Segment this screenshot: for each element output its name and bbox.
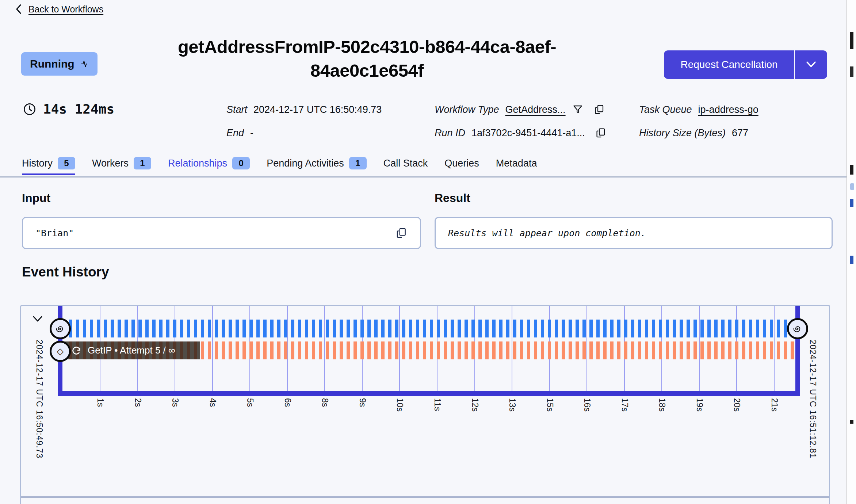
tab-count-badge: 0 bbox=[232, 157, 250, 169]
duration-indicator: 14s 124ms bbox=[23, 102, 114, 117]
chevron-down-icon bbox=[805, 61, 817, 69]
tab-history[interactable]: History 5 bbox=[22, 157, 75, 175]
clipped-content-fragment bbox=[850, 183, 854, 190]
workflow-id-line1: getAddressFromIP-502c4310-b864-44ca-8aef… bbox=[122, 35, 612, 59]
axis-tick-label: 6s bbox=[283, 398, 293, 407]
input-box: "Brian" bbox=[22, 217, 421, 249]
result-heading: Result bbox=[435, 191, 470, 205]
result-box: Results will appear upon completion. bbox=[435, 217, 833, 249]
axis-tick-label: 2s bbox=[133, 398, 143, 407]
result-placeholder: Results will appear upon completion. bbox=[448, 228, 646, 238]
activity-start-node[interactable]: ◇ bbox=[50, 341, 71, 362]
task-queue-link[interactable]: ip-address-go bbox=[698, 104, 758, 115]
clock-icon bbox=[23, 102, 37, 116]
activity-label-text: GetIP • Attempt 5 / ∞ bbox=[88, 345, 175, 356]
spiral-icon bbox=[55, 324, 65, 334]
tab-bar: History 5 Workers 1 Relationships 0 Pend… bbox=[22, 157, 537, 175]
input-heading: Input bbox=[22, 191, 50, 205]
tab-separator bbox=[0, 176, 847, 177]
axis-tick-label: 11s bbox=[432, 398, 442, 411]
axis-tick-label: 18s bbox=[657, 398, 667, 412]
workflow-id-line2: 84ae0c1e654f bbox=[122, 59, 612, 83]
back-to-workflows-link[interactable]: Back to Workflows bbox=[14, 4, 103, 15]
workflow-type-label: Workflow Type bbox=[435, 104, 499, 115]
start-value: 2024-12-17 UTC 16:50:49.73 bbox=[253, 104, 382, 115]
event-history-timeline: 1s2s3s4s5s6s8s9s10s11s12s13s15s16s17s18s… bbox=[20, 305, 830, 504]
heartbeat-icon bbox=[79, 58, 89, 69]
axis-tick-label: 13s bbox=[507, 398, 517, 412]
task-queue-row: Task Queue ip-address-go bbox=[639, 102, 758, 118]
history-size-label: History Size (Bytes) bbox=[639, 127, 726, 139]
chevron-left-icon bbox=[14, 4, 23, 15]
tab-queries[interactable]: Queries bbox=[444, 158, 479, 175]
duration-value: 14s 124ms bbox=[43, 102, 114, 117]
axis-tick-label: 17s bbox=[620, 398, 630, 412]
tab-pending-activities[interactable]: Pending Activities 1 bbox=[267, 157, 367, 175]
task-queue-label: Task Queue bbox=[639, 104, 692, 115]
axis-tick-label: 16s bbox=[582, 398, 592, 412]
tab-call-stack[interactable]: Call Stack bbox=[383, 158, 428, 175]
workflow-type-link[interactable]: GetAddress... bbox=[505, 104, 566, 115]
tab-workers[interactable]: Workers 1 bbox=[92, 157, 151, 175]
copy-icon[interactable] bbox=[593, 103, 605, 116]
chevron-down-icon[interactable] bbox=[31, 314, 45, 324]
tab-label: Relationships bbox=[168, 158, 227, 169]
axis-tick-label: 3s bbox=[170, 398, 180, 407]
axis-tick-label: 12s bbox=[470, 398, 480, 412]
axis-tick-label: 9s bbox=[358, 398, 367, 407]
axis-tick-label: 20s bbox=[732, 398, 742, 412]
copy-icon[interactable] bbox=[395, 226, 408, 240]
cancel-options-dropdown[interactable] bbox=[795, 50, 827, 79]
request-cancellation-label[interactable]: Request Cancellation bbox=[664, 50, 794, 79]
timeline-start-timestamp: 2024-12-17 UTC 16:50:49.73 bbox=[34, 340, 44, 458]
axis-tick-label: 10s bbox=[395, 398, 405, 412]
tab-count-badge: 1 bbox=[349, 157, 367, 169]
end-label: End bbox=[226, 127, 244, 139]
tab-label: History bbox=[22, 158, 53, 169]
axis-tick-label: 4s bbox=[208, 398, 218, 407]
tab-label: Workers bbox=[92, 158, 129, 169]
end-value: - bbox=[250, 127, 253, 139]
tab-label: Metadata bbox=[496, 158, 537, 169]
spiral-icon bbox=[792, 324, 803, 334]
retry-icon bbox=[71, 345, 82, 356]
status-badge-label: Running bbox=[30, 58, 74, 70]
workflow-type-row: Workflow Type GetAddress... bbox=[435, 102, 605, 118]
clipped-content-fragment bbox=[850, 420, 853, 424]
tab-metadata[interactable]: Metadata bbox=[496, 158, 537, 175]
clipped-content-fragment bbox=[850, 165, 853, 175]
status-badge[interactable]: Running bbox=[21, 52, 98, 76]
axis-tick-label: 21s bbox=[769, 398, 779, 412]
back-link-label: Back to Workflows bbox=[28, 4, 103, 15]
clipped-content-fragment bbox=[850, 66, 853, 77]
start-label: Start bbox=[226, 104, 247, 115]
timeline-end-timestamp: 2024-12-17 UTC 16:51:12.81 bbox=[808, 340, 818, 458]
event-history-heading: Event History bbox=[22, 264, 109, 280]
copy-icon[interactable] bbox=[595, 127, 607, 139]
input-value: "Brian" bbox=[35, 228, 74, 238]
history-size-value: 677 bbox=[732, 127, 748, 139]
start-time-row: Start 2024-12-17 UTC 16:50:49.73 bbox=[226, 102, 382, 118]
page-title: getAddressFromIP-502c4310-b864-44ca-8aef… bbox=[122, 35, 612, 83]
axis-tick-label: 1s bbox=[95, 398, 105, 407]
axis-tick-label: 19s bbox=[695, 398, 704, 412]
tab-relationships[interactable]: Relationships 0 bbox=[168, 157, 250, 175]
tab-count-badge: 5 bbox=[58, 157, 75, 169]
workflow-detail-page: { "header": { "back_link": "Back to Work… bbox=[0, 0, 856, 504]
axis-tick-label: 8s bbox=[320, 398, 330, 407]
axis-tick-label: 5s bbox=[245, 398, 255, 407]
workflow-end-node[interactable] bbox=[787, 318, 808, 339]
timeline-baseline-bar bbox=[58, 391, 800, 396]
run-id-value: 1af3702c-9451-4441-a1... bbox=[471, 127, 585, 139]
timeline-footer-separator bbox=[21, 496, 829, 498]
tab-label: Pending Activities bbox=[267, 158, 344, 169]
tab-label: Call Stack bbox=[383, 158, 428, 169]
activity-label-chip[interactable]: GetIP • Attempt 5 / ∞ bbox=[62, 341, 200, 359]
filter-icon[interactable] bbox=[572, 103, 584, 116]
run-id-label: Run ID bbox=[435, 127, 465, 139]
clipped-content-fragment bbox=[850, 256, 853, 264]
workflow-start-node[interactable] bbox=[50, 318, 71, 339]
workflow-execution-span[interactable] bbox=[62, 320, 795, 337]
request-cancellation-button[interactable]: Request Cancellation bbox=[664, 50, 827, 79]
run-id-row: Run ID 1af3702c-9451-4441-a1... bbox=[435, 125, 607, 141]
